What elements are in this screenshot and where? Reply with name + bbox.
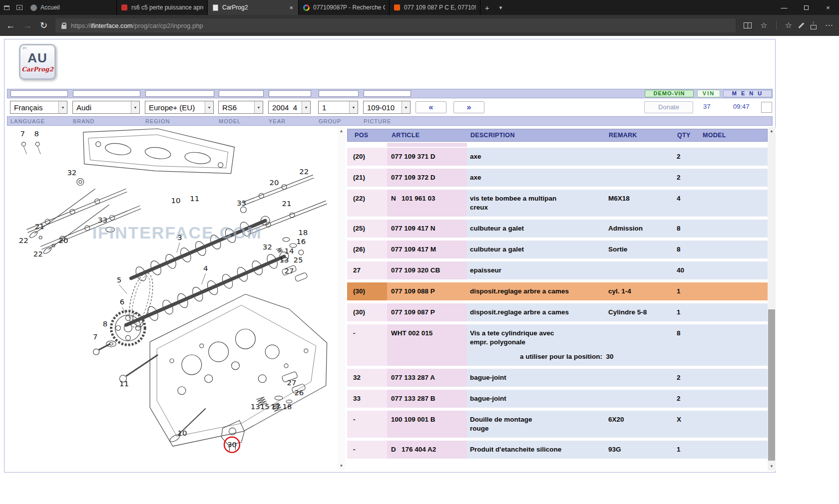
quick-field-group[interactable] bbox=[319, 90, 359, 97]
demo-vin-button[interactable]: DEMO-VIN bbox=[645, 90, 694, 97]
more-menu-icon[interactable]: ⋯ bbox=[825, 21, 833, 29]
table-row[interactable]: (22)N 101 961 03vis tete bombee a multip… bbox=[347, 190, 768, 217]
diagram-callout[interactable]: 10 bbox=[171, 196, 180, 205]
diagram-canvas[interactable]: IFINTERFACE.COM7832332122202210113320222… bbox=[7, 127, 338, 470]
scroll-up-icon[interactable]: ▲ bbox=[768, 127, 776, 135]
diagram-callout[interactable]: 22 bbox=[299, 167, 309, 176]
diagram-callout[interactable]: 26 bbox=[294, 388, 304, 397]
quick-field-brand[interactable] bbox=[73, 90, 140, 97]
donate-button[interactable]: Donate bbox=[644, 101, 693, 113]
diagram-callout[interactable]: 5 bbox=[117, 275, 122, 284]
tab-close-icon[interactable]: × bbox=[288, 4, 294, 11]
hub-favorites-icon[interactable]: ☆ bbox=[785, 21, 792, 29]
table-row[interactable]: (26)077 109 417 Mculbuteur a galetSortie… bbox=[347, 241, 768, 258]
diagram-callout[interactable]: 17 bbox=[271, 402, 281, 411]
diagram-callout[interactable]: 8 bbox=[103, 319, 108, 328]
tab-parts-shop[interactable]: 077 109 087 P C E, 0771090 bbox=[390, 0, 480, 15]
diagram-callout[interactable]: 14 bbox=[284, 247, 294, 255]
diagram-callout[interactable]: 11 bbox=[190, 194, 199, 203]
tab-google-search[interactable]: 077109087P - Recherche Go bbox=[299, 0, 390, 15]
tab-list-chevron-icon[interactable]: ▾ bbox=[494, 0, 507, 15]
vin-button[interactable]: VIN bbox=[697, 90, 720, 97]
prev-picture-button[interactable]: « bbox=[416, 101, 446, 113]
scrollbar-thumb[interactable] bbox=[768, 309, 775, 461]
mini-field[interactable] bbox=[761, 102, 772, 113]
diagram-callout[interactable]: 25 bbox=[293, 255, 303, 264]
tab-carprog2[interactable]: CarProg2 × bbox=[208, 0, 299, 15]
language-select[interactable]: Français ▼ bbox=[10, 101, 67, 114]
quick-field-language[interactable] bbox=[10, 90, 68, 97]
diagram-callout[interactable]: 3 bbox=[177, 233, 182, 242]
tab-preview-icon[interactable]: ▾ bbox=[13, 0, 26, 15]
model-select[interactable]: RS6 ▼ bbox=[218, 101, 263, 114]
table-row[interactable]: (30)077 109 087 Pdisposit.reglage arbre … bbox=[347, 303, 768, 321]
diagram-callout[interactable]: 32 bbox=[67, 168, 76, 177]
scroll-down-icon[interactable]: ▼ bbox=[768, 463, 776, 471]
annotate-pen-icon[interactable] bbox=[798, 22, 804, 28]
diagram-callout[interactable]: 33 bbox=[237, 199, 246, 208]
scroll-down-icon[interactable]: ▼ bbox=[338, 462, 345, 470]
diagram-callout[interactable]: 8 bbox=[34, 129, 39, 138]
year-select[interactable]: 2004 4 ▼ bbox=[268, 101, 311, 114]
diagram-callout[interactable]: 13 bbox=[251, 402, 260, 411]
diagram-callout[interactable]: 7 bbox=[20, 129, 25, 138]
diagram-callout[interactable]: 22 bbox=[33, 250, 43, 258]
diagram-callout[interactable]: 27 bbox=[284, 266, 294, 275]
set-aside-tabs-icon[interactable] bbox=[0, 0, 13, 15]
diagram-callout[interactable]: 11 bbox=[119, 379, 129, 388]
diagram-callout[interactable]: 21 bbox=[35, 222, 44, 231]
table-row[interactable]: 33077 133 287 Bbague-joint2 bbox=[347, 390, 768, 408]
maximize-button[interactable] bbox=[795, 0, 817, 15]
table-row[interactable]: -D 176 404 A2Produit d'etancheite silico… bbox=[347, 441, 768, 459]
favorite-star-icon[interactable]: ☆ bbox=[760, 21, 767, 29]
table-row[interactable]: 27077 109 320 CBepaisseur40 bbox=[347, 261, 768, 279]
quick-field-picture[interactable] bbox=[364, 90, 411, 97]
table-scrollbar[interactable]: ▲ ▼ bbox=[768, 127, 776, 471]
diagram-scrollbar[interactable]: ▲ ▼ bbox=[338, 127, 345, 470]
diagram-callout[interactable]: 32 bbox=[263, 243, 272, 252]
diagram-callout[interactable]: 6 bbox=[120, 297, 125, 306]
tab-accueil[interactable]: Accueil bbox=[26, 0, 117, 15]
scroll-up-icon[interactable]: ▲ bbox=[338, 127, 345, 135]
diagram-callout[interactable]: 7 bbox=[93, 332, 98, 341]
diagram-callout[interactable]: 20 bbox=[58, 236, 68, 245]
diagram-callout[interactable]: 18 bbox=[282, 402, 292, 411]
brand-select[interactable]: Audi ▼ bbox=[72, 101, 140, 114]
table-row[interactable]: (21)077 109 372 Daxe2 bbox=[347, 169, 768, 187]
table-row[interactable]: -WHT 002 015Vis a tete cylindrique avece… bbox=[347, 324, 768, 366]
new-tab-button[interactable]: + bbox=[480, 0, 494, 15]
share-icon[interactable] bbox=[811, 25, 817, 29]
next-picture-button[interactable]: » bbox=[453, 101, 484, 113]
tab-rs6-forum[interactable]: rs6 c5 perte puissance apre bbox=[117, 0, 208, 15]
quick-field-model[interactable] bbox=[219, 90, 264, 97]
diagram-callout[interactable]: 22 bbox=[19, 236, 28, 245]
table-row[interactable]: (20)077 109 371 Daxe2 bbox=[347, 148, 768, 166]
app-logo[interactable]: IFI AU CarProg2 bbox=[19, 44, 56, 80]
quick-field-region[interactable] bbox=[145, 90, 214, 97]
region-select[interactable]: Europe+ (EU) ▼ bbox=[145, 101, 214, 114]
group-select[interactable]: 1 ▼ bbox=[318, 101, 358, 114]
diagram-callout[interactable]: 21 bbox=[282, 199, 292, 208]
quick-field-year[interactable] bbox=[269, 90, 311, 97]
table-row[interactable]: (30)077 109 088 Pdisposit.reglage arbre … bbox=[347, 282, 768, 300]
diagram-callout[interactable]: 18 bbox=[298, 228, 308, 237]
refresh-icon[interactable]: ↻ bbox=[40, 21, 47, 30]
diagram-callout[interactable]: 30 bbox=[227, 440, 237, 449]
diagram-callout[interactable]: 4 bbox=[203, 264, 208, 273]
table-row[interactable]: (25)077 109 417 Nculbuteur a galetAdmiss… bbox=[347, 220, 768, 238]
diagram-callout[interactable]: 15 bbox=[260, 402, 270, 411]
reading-view-icon[interactable] bbox=[744, 22, 752, 28]
diagram-callout[interactable]: 20 bbox=[270, 178, 279, 187]
diagram-callout[interactable]: 13 bbox=[280, 255, 289, 264]
back-icon[interactable]: ← bbox=[6, 21, 15, 30]
table-row[interactable]: -100 109 001 BDouille de montagerouge6X2… bbox=[347, 411, 768, 438]
menu-button[interactable]: M E N U bbox=[723, 90, 772, 97]
diagram-callout[interactable]: 27 bbox=[287, 378, 296, 387]
diagram-callout[interactable]: 33 bbox=[98, 216, 107, 225]
forward-icon[interactable]: → bbox=[23, 21, 32, 30]
close-button[interactable]: × bbox=[817, 0, 839, 15]
address-bar[interactable]: https://ifinterface.com/prog/car/cp2/inp… bbox=[55, 18, 736, 32]
diagram-callout[interactable]: 16 bbox=[296, 237, 306, 246]
diagram-callout[interactable]: 10 bbox=[177, 429, 187, 438]
picture-select[interactable]: 109-010 ▼ bbox=[363, 101, 411, 114]
